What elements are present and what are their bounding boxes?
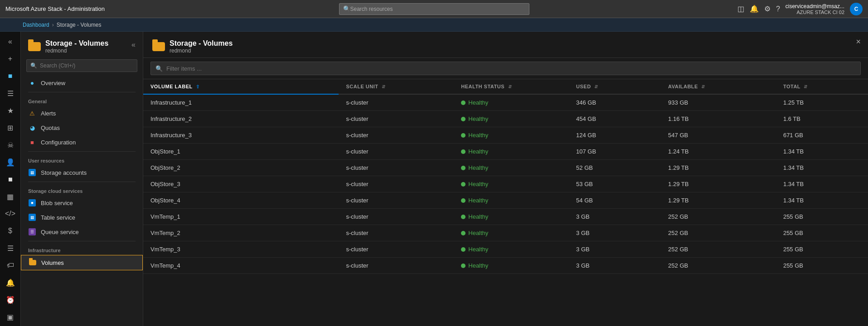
sidebar-icon-dashboard[interactable]: ■ [1,68,19,84]
config-icon: ■ [28,138,36,146]
left-nav-collapse-btn[interactable]: « [131,41,136,49]
nav-item-table-service[interactable]: ▦ Table service [21,210,143,225]
cell-volume-label: VmTemp_3 [143,241,339,258]
health-text: Healthy [468,132,488,139]
health-text: Healthy [468,115,488,122]
close-button[interactable]: × [856,37,861,47]
health-text: Healthy [468,99,488,106]
cell-used: 3 GB [569,209,661,225]
cell-available: 1.29 TB [661,176,776,192]
avatar[interactable]: C [850,3,863,15]
table-row[interactable]: VmTemp_1 s-cluster Healthy 3 GB 252 GB 2… [143,209,868,225]
col-header-health-status[interactable]: HEALTH STATUS ⇵ [454,79,569,94]
table-row[interactable]: ObjStore_4 s-cluster Healthy 54 GB 1.29 … [143,192,868,209]
cell-health-status: Healthy [454,160,569,176]
left-nav-title: Storage - Volumes [45,39,108,48]
sidebar-icon-shield[interactable]: ☠ [1,137,19,153]
sidebar-icon-person[interactable]: 👤 [1,154,19,170]
table-row[interactable]: ObjStore_1 s-cluster Healthy 107 GB 1.24… [143,144,868,160]
sidebar-icon-puzzle[interactable]: ◽ [1,171,19,187]
content-header: Storage - Volumes redmond × [143,32,868,58]
sidebar-icon-hamburger[interactable]: ☰ [1,85,19,101]
col-header-scale-unit[interactable]: SCALE UNIT ⇵ [339,79,454,94]
cell-total: 1.34 TB [776,160,868,176]
sidebar-icon-bell[interactable]: 🔔 [1,274,19,291]
col-header-total[interactable]: TOTAL ⇵ [776,79,868,94]
nav-divider-3 [28,182,136,182]
global-search[interactable]: 🔍 [339,3,529,15]
table-row[interactable]: ObjStore_2 s-cluster Healthy 52 GB 1.29 … [143,160,868,176]
health-dot [461,182,466,187]
sidebar-icon-star[interactable]: ★ [1,102,19,119]
search-input[interactable] [350,6,525,12]
nav-section-general: General [21,94,143,106]
breadcrumb-dashboard[interactable]: Dashboard [23,22,49,28]
cell-health-status: Healthy [454,209,569,225]
cell-scale-unit: s-cluster [339,225,454,241]
cell-health-status: Healthy [454,111,569,127]
table-row[interactable]: Infrastructure_3 s-cluster Healthy 124 G… [143,127,868,144]
sidebar-icon-box[interactable]: ▣ [1,309,19,325]
gear-icon[interactable]: ⚙ [764,5,771,13]
cell-scale-unit: s-cluster [339,127,454,144]
filter-bar: 🔍 [143,58,868,79]
filter-input[interactable] [166,65,856,72]
nav-item-alerts[interactable]: ⚠ Alerts [21,106,143,120]
portal-icon[interactable]: ◫ [737,5,744,13]
sidebar-icon-dollar[interactable]: $ [1,223,19,239]
cell-total: 1.6 TB [776,111,868,127]
sidebar-icon-code[interactable]: </> [1,206,19,222]
nav-label-storage-accounts: Storage accounts [41,169,87,176]
cell-volume-label: VmTemp_2 [143,225,339,241]
nav-item-overview[interactable]: ● Overview [21,76,143,90]
sidebar-icon-tag[interactable]: 🏷 [1,257,19,273]
health-text: Healthy [468,262,488,269]
cell-total: 255 GB [776,209,868,225]
nav-search-icon: 🔍 [30,62,37,69]
cell-scale-unit: s-cluster [339,176,454,192]
col-header-available[interactable]: AVAILABLE ⇵ [661,79,776,94]
help-icon[interactable]: ? [776,5,780,13]
col-header-used[interactable]: USED ⇵ [569,79,661,94]
breadcrumb: Dashboard › Storage - Volumes [0,18,868,32]
nav-label-blob-service: Blob service [41,200,73,206]
health-text: Healthy [468,246,488,253]
globe-icon: ● [28,79,36,87]
sidebar-icon-plus[interactable]: + [1,51,19,67]
sidebar-icon-clock[interactable]: ⏰ [1,292,19,308]
table-row[interactable]: VmTemp_2 s-cluster Healthy 3 GB 252 GB 2… [143,225,868,241]
table-row[interactable]: VmTemp_4 s-cluster Healthy 3 GB 252 GB 2… [143,258,868,274]
nav-search-input[interactable] [40,62,133,69]
nav-item-volumes[interactable]: Volumes [21,255,143,270]
col-header-volume-label[interactable]: VOLUME LABEL ⇧ [143,79,339,94]
sidebar-icon-grid[interactable]: ⊞ [1,120,19,136]
table-row[interactable]: Infrastructure_1 s-cluster Healthy 346 G… [143,94,868,111]
cell-total: 1.34 TB [776,144,868,160]
cell-total: 1.25 TB [776,94,868,111]
health-text: Healthy [468,230,488,236]
nav-label-alerts: Alerts [41,110,56,117]
table-row[interactable]: Infrastructure_2 s-cluster Healthy 454 G… [143,111,868,127]
table-row[interactable]: ObjStore_3 s-cluster Healthy 53 GB 1.29 … [143,176,868,192]
bell-icon[interactable]: 🔔 [750,5,759,13]
health-dot [461,264,466,268]
table-row[interactable]: VmTemp_3 s-cluster Healthy 3 GB 252 GB 2… [143,241,868,258]
table-header-row: VOLUME LABEL ⇧ SCALE UNIT ⇵ HEALTH STATU… [143,79,868,94]
nav-item-quotas[interactable]: ◕ Quotas [21,120,143,135]
health-dot [461,215,466,219]
main-layout: « + ■ ☰ ★ ⊞ ☠ 👤 ◽ ▦ </> $ ☰ 🏷 🔔 ⏰ ▣ Stor… [0,32,868,326]
breadcrumb-sep: › [52,22,54,28]
cell-used: 53 GB [569,176,661,192]
nav-search[interactable]: 🔍 [26,59,137,72]
nav-item-storage-accounts[interactable]: ▦ Storage accounts [21,165,143,180]
nav-item-configuration[interactable]: ■ Configuration [21,135,143,149]
icon-sidebar: « + ■ ☰ ★ ⊞ ☠ 👤 ◽ ▦ </> $ ☰ 🏷 🔔 ⏰ ▣ [0,32,21,326]
sidebar-icon-layers[interactable]: ▦ [1,188,19,205]
nav-item-queue-service[interactable]: ☰ Queue service [21,225,143,239]
nav-item-blob-service[interactable]: ■ Blob service [21,196,143,210]
sidebar-icon-list[interactable]: ☰ [1,240,19,256]
sort-arrows-health: ⇵ [508,84,512,89]
sidebar-expand-btn[interactable]: « [1,34,19,50]
filter-input-box[interactable]: 🔍 [150,62,861,75]
sort-arrows-scale: ⇵ [382,84,386,89]
